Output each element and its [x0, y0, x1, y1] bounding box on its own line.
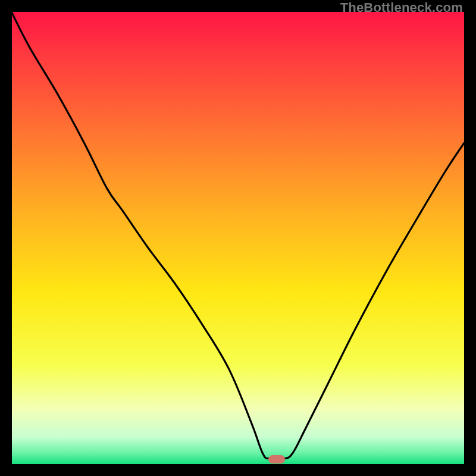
- gradient-background: [12, 12, 464, 464]
- bottleneck-chart: [12, 12, 464, 464]
- chart-frame: [12, 12, 464, 464]
- watermark-text: TheBottleneck.com: [340, 0, 463, 15]
- optimal-point-marker: [268, 455, 285, 464]
